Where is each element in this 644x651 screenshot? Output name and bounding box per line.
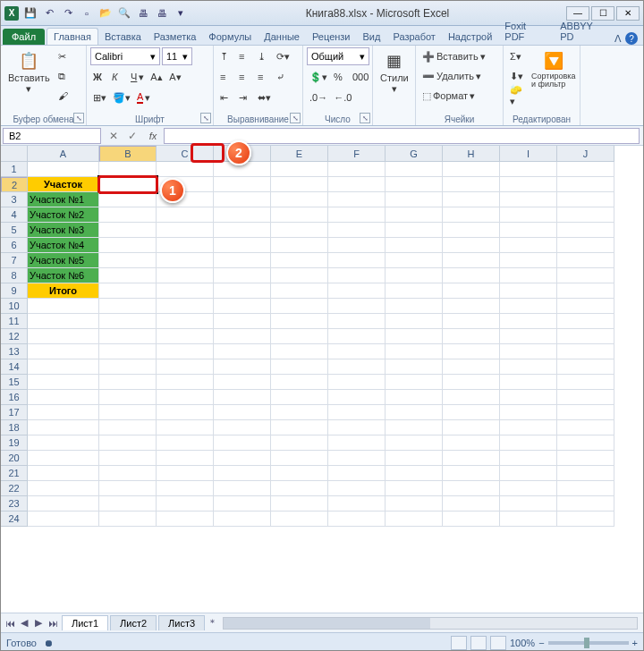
cell-B2[interactable] [99,177,157,192]
cell-C5[interactable] [157,223,214,238]
insert-cells-button[interactable]: ➕Вставить▾ [419,47,488,65]
cell-J19[interactable] [557,435,614,451]
col-header-c[interactable]: C [157,146,214,162]
tab-addins[interactable]: Надстрой [442,29,498,45]
tab-review[interactable]: Рецензи [306,29,357,45]
cell-F22[interactable] [328,481,386,496]
cell-A12[interactable] [28,329,99,344]
select-all-corner[interactable] [1,146,28,162]
font-launcher[interactable]: ⤡ [200,113,211,123]
cell-H21[interactable] [443,466,500,481]
decrease-font-button[interactable]: A▾ [166,68,184,86]
cell-G15[interactable] [386,375,443,390]
cell-J13[interactable] [557,344,614,359]
align-bottom-button[interactable]: ⤓ [255,47,273,65]
cell-C23[interactable] [157,496,214,512]
tab-foxit[interactable]: Foxit PDF [498,18,554,45]
cell-G20[interactable] [386,451,443,466]
row-header-4[interactable]: 4 [1,207,28,223]
cell-C7[interactable] [157,253,214,268]
cell-G5[interactable] [386,223,443,238]
cell-H8[interactable] [443,268,500,283]
cell-E23[interactable] [271,496,328,512]
cell-J12[interactable] [557,329,614,344]
align-middle-button[interactable]: ≡ [236,47,254,65]
row-header-3[interactable]: 3 [1,192,28,207]
cell-E21[interactable] [271,466,328,481]
row-header-1[interactable]: 1 [1,162,28,177]
cell-F1[interactable] [328,162,386,177]
cell-E22[interactable] [271,481,328,496]
cell-A7[interactable]: Участок №5 [28,253,99,268]
comma-button[interactable]: 000 [350,68,371,86]
cell-H10[interactable] [443,299,500,314]
sheet-nav-next[interactable]: ▶ [31,616,46,630]
format-cells-button[interactable]: ⬚Формат▾ [419,87,478,105]
cell-J9[interactable] [557,283,614,299]
cell-I13[interactable] [500,344,557,359]
cell-B4[interactable] [99,207,157,223]
col-header-b[interactable]: B [99,146,157,162]
cell-E2[interactable] [271,177,328,192]
cell-E15[interactable] [271,375,328,390]
cell-H11[interactable] [443,314,500,329]
cell-G23[interactable] [386,496,443,512]
new-sheet-button[interactable]: ＊ [205,616,219,630]
cell-E13[interactable] [271,344,328,359]
cell-G3[interactable] [386,192,443,207]
cell-C8[interactable] [157,268,214,283]
cell-C15[interactable] [157,375,214,390]
cell-G6[interactable] [386,238,443,253]
cell-B8[interactable] [99,268,157,283]
cell-G19[interactable] [386,435,443,451]
cell-A15[interactable] [28,375,99,390]
undo-icon[interactable]: ↶ [41,5,57,21]
cell-C1[interactable] [157,162,214,177]
cell-E4[interactable] [271,207,328,223]
save-icon[interactable]: 💾 [22,5,38,21]
cell-D7[interactable] [214,253,271,268]
col-header-e[interactable]: E [271,146,328,162]
cell-F18[interactable] [328,420,386,435]
cell-J21[interactable] [557,466,614,481]
cell-A18[interactable] [28,420,99,435]
number-format-select[interactable]: Общий▾ [307,47,369,65]
cell-I21[interactable] [500,466,557,481]
row-header-23[interactable]: 23 [1,496,28,512]
cell-E8[interactable] [271,268,328,283]
cell-H7[interactable] [443,253,500,268]
cell-D13[interactable] [214,344,271,359]
underline-button[interactable]: Ч▾ [128,68,147,86]
cell-C21[interactable] [157,466,214,481]
row-header-17[interactable]: 17 [1,405,28,420]
cell-I14[interactable] [500,359,557,375]
sheet-tab-1[interactable]: Лист1 [62,615,108,630]
help-icon[interactable]: ? [625,32,638,45]
cell-G7[interactable] [386,253,443,268]
cell-B24[interactable] [99,512,157,527]
tab-layout[interactable]: Разметка [148,29,203,45]
cell-J20[interactable] [557,451,614,466]
cell-J10[interactable] [557,299,614,314]
cell-G8[interactable] [386,268,443,283]
cut-button[interactable]: ✂ [55,47,73,65]
cell-J18[interactable] [557,420,614,435]
cell-I19[interactable] [500,435,557,451]
row-header-2[interactable]: 2 [1,177,28,192]
cell-D8[interactable] [214,268,271,283]
cell-I3[interactable] [500,192,557,207]
cell-G16[interactable] [386,390,443,405]
cell-J11[interactable] [557,314,614,329]
cell-I6[interactable] [500,238,557,253]
macro-record-icon[interactable]: ⏺ [44,638,54,648]
font-color-button[interactable]: A▾ [134,89,153,106]
cell-C19[interactable] [157,435,214,451]
row-header-21[interactable]: 21 [1,466,28,481]
close-button[interactable]: ✕ [616,6,640,21]
cell-I16[interactable] [500,390,557,405]
cell-A20[interactable] [28,451,99,466]
cell-G24[interactable] [386,512,443,527]
row-header-6[interactable]: 6 [1,238,28,253]
cell-D4[interactable] [214,207,271,223]
fill-color-button[interactable]: 🪣▾ [110,89,133,106]
